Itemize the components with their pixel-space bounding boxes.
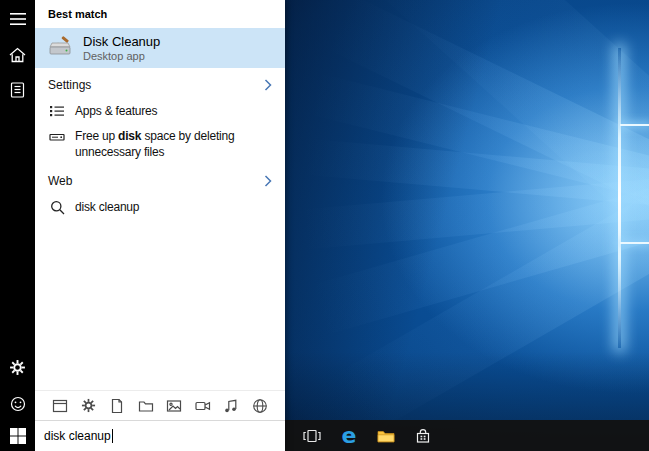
result-label: Apps & features	[75, 103, 157, 119]
music-note-icon	[223, 398, 239, 414]
task-view-button[interactable]	[295, 420, 329, 451]
settings-result-free-up-disk-space[interactable]: Free up disk space by deleting unnecessa…	[35, 124, 285, 164]
gear-icon	[81, 398, 96, 413]
notebook-icon	[10, 82, 25, 98]
web-result-disk-cleanup[interactable]: disk cleanup	[35, 194, 285, 220]
start-button[interactable]	[0, 420, 35, 451]
edge-button[interactable]: e	[332, 420, 366, 451]
best-match-text: Disk Cleanup Desktop app	[83, 34, 160, 63]
filter-settings-button[interactable]	[78, 394, 100, 418]
result-subtitle: Desktop app	[83, 50, 160, 63]
task-view-icon	[303, 429, 321, 443]
store-button[interactable]	[406, 420, 440, 451]
filter-apps-button[interactable]	[49, 394, 71, 418]
filter-videos-button[interactable]	[192, 394, 214, 418]
disk-cleanup-icon	[47, 35, 73, 61]
wallpaper-shading	[285, 0, 649, 451]
hamburger-icon	[10, 12, 26, 26]
result-label: Free up disk space by deleting unnecessa…	[75, 128, 275, 160]
chevron-right-icon	[264, 175, 272, 187]
best-match-result-disk-cleanup[interactable]: Disk Cleanup Desktop app	[35, 28, 285, 68]
photo-icon	[166, 398, 182, 414]
panel-spacer	[35, 220, 285, 390]
settings-result-apps-features[interactable]: Apps & features	[35, 98, 285, 124]
icon-cell	[49, 200, 65, 215]
search-input[interactable]: disk cleanup	[35, 420, 285, 451]
edge-icon: e	[342, 425, 357, 447]
document-icon	[109, 398, 125, 414]
rail-feedback-button[interactable]	[0, 386, 35, 421]
list-icon	[49, 103, 65, 119]
result-label: disk cleanup	[75, 199, 139, 215]
search-query-text: disk cleanup	[44, 429, 111, 443]
section-label: Web	[48, 174, 264, 188]
filter-web-button[interactable]	[249, 394, 271, 418]
result-title: Disk Cleanup	[83, 34, 160, 50]
file-explorer-icon	[377, 428, 395, 443]
filter-documents-button[interactable]	[106, 394, 128, 418]
file-explorer-button[interactable]	[369, 420, 403, 451]
search-rail	[0, 0, 35, 420]
filter-folders-button[interactable]	[135, 394, 157, 418]
taskbar: e	[285, 420, 649, 451]
folder-icon	[138, 398, 154, 414]
rail-notebook-button[interactable]	[0, 72, 35, 107]
apps-icon	[52, 398, 68, 414]
screen: e	[0, 0, 649, 451]
video-camera-icon	[195, 398, 211, 414]
home-icon	[9, 47, 26, 63]
section-header-web[interactable]: Web	[35, 168, 285, 194]
chevron-right-icon	[264, 79, 272, 91]
search-icon	[50, 200, 65, 215]
globe-icon	[252, 398, 268, 414]
filter-bar	[35, 390, 285, 420]
store-icon	[415, 428, 431, 444]
icon-cell	[49, 103, 65, 119]
best-match-header: Best match	[35, 0, 285, 28]
storage-drive-icon	[49, 129, 65, 145]
section-header-settings[interactable]: Settings	[35, 72, 285, 98]
rail-settings-button[interactable]	[0, 350, 35, 385]
gear-icon	[9, 359, 26, 376]
text-caret	[112, 429, 113, 443]
filter-music-button[interactable]	[220, 394, 242, 418]
filter-photos-button[interactable]	[163, 394, 185, 418]
feedback-icon	[10, 396, 26, 412]
rail-home-button[interactable]	[0, 37, 35, 72]
windows-icon	[10, 428, 26, 444]
search-results-panel: Best match Disk Cleanup Desktop app Sett…	[35, 0, 285, 451]
desktop-wallpaper[interactable]	[285, 0, 649, 451]
rail-menu-button[interactable]	[0, 1, 35, 36]
icon-cell	[49, 129, 65, 145]
section-label: Settings	[48, 78, 264, 92]
